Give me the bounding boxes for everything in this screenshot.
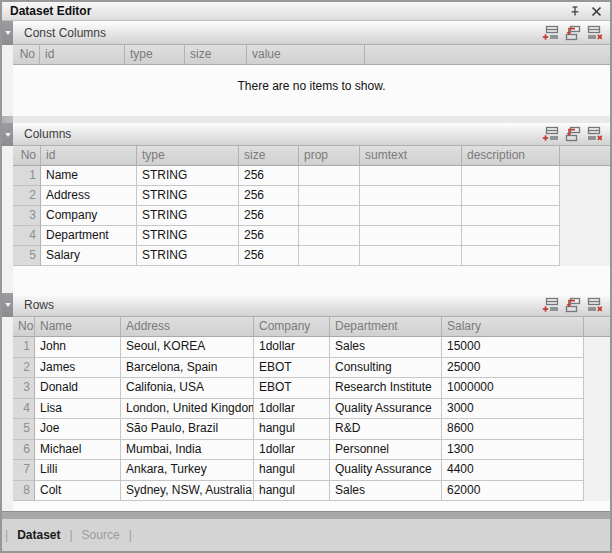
data-cell[interactable]: 3000	[442, 399, 584, 420]
column-header[interactable]: type	[125, 45, 185, 65]
tab-dataset[interactable]: Dataset	[9, 528, 68, 542]
data-cell[interactable]	[462, 246, 560, 266]
column-header[interactable]: size	[239, 146, 299, 166]
close-icon[interactable]	[589, 4, 603, 18]
table-row[interactable]: 5JoeSão Paulo, BrazilhangulR&D8600	[13, 419, 610, 440]
data-cell[interactable]: Address	[41, 186, 137, 206]
table-row[interactable]: 4DepartmentSTRING256	[13, 226, 610, 246]
add-item-button[interactable]	[542, 25, 559, 41]
delete-item-button[interactable]	[586, 297, 603, 313]
tab-source[interactable]: Source	[74, 528, 128, 542]
data-cell[interactable]	[462, 186, 560, 206]
row-number-cell[interactable]: 5	[13, 419, 35, 440]
data-cell[interactable]: 1dollar	[254, 440, 330, 461]
data-cell[interactable]: R&D	[330, 419, 442, 440]
data-cell[interactable]: Sales	[330, 337, 442, 358]
data-cell[interactable]: 4400	[442, 460, 584, 481]
data-cell[interactable]: Lisa	[35, 399, 121, 420]
collapse-button[interactable]	[2, 293, 13, 317]
data-cell[interactable]: 256	[239, 166, 299, 186]
column-header[interactable]: prop	[299, 146, 360, 166]
data-cell[interactable]: Michael	[35, 440, 121, 461]
column-header[interactable]: Salary	[442, 317, 584, 337]
collapse-button[interactable]	[2, 21, 13, 45]
data-cell[interactable]	[299, 246, 360, 266]
table-row[interactable]: 7LilliAnkara, TurkeyhangulQuality Assura…	[13, 460, 610, 481]
column-header[interactable]: Address	[121, 317, 254, 337]
data-cell[interactable]: 256	[239, 206, 299, 226]
data-cell[interactable]	[462, 166, 560, 186]
data-cell[interactable]: 1300	[442, 440, 584, 461]
data-cell[interactable]: Seoul, KOREA	[121, 337, 254, 358]
data-cell[interactable]: Lilli	[35, 460, 121, 481]
table-row[interactable]: 3DonaldCalifonia, USAEBOTResearch Instit…	[13, 378, 610, 399]
data-cell[interactable]	[299, 166, 360, 186]
data-cell[interactable]: Barcelona, Spain	[121, 358, 254, 379]
add-item-button[interactable]	[542, 126, 559, 142]
data-cell[interactable]: hangul	[254, 419, 330, 440]
insert-item-button[interactable]	[564, 25, 581, 41]
data-cell[interactable]: 256	[239, 186, 299, 206]
data-cell[interactable]: Mumbai, India	[121, 440, 254, 461]
column-header[interactable]: description	[462, 146, 560, 166]
data-cell[interactable]: São Paulo, Brazil	[121, 419, 254, 440]
data-cell[interactable]: London, United Kingdom	[121, 399, 254, 420]
data-cell[interactable]	[360, 166, 462, 186]
data-cell[interactable]: STRING	[137, 186, 239, 206]
row-number-cell[interactable]: 1	[13, 337, 35, 358]
data-cell[interactable]	[360, 186, 462, 206]
data-cell[interactable]: 1dollar	[254, 399, 330, 420]
insert-item-button[interactable]	[564, 297, 581, 313]
data-cell[interactable]: 256	[239, 246, 299, 266]
row-number-cell[interactable]: 2	[13, 358, 35, 379]
column-header[interactable]: type	[137, 146, 239, 166]
row-number-cell[interactable]: 8	[13, 481, 35, 502]
row-number-cell[interactable]: 4	[13, 226, 41, 246]
row-number-cell[interactable]: 3	[13, 206, 41, 226]
data-cell[interactable]: Sales	[330, 481, 442, 502]
insert-item-button[interactable]	[564, 126, 581, 142]
data-cell[interactable]	[462, 206, 560, 226]
column-header[interactable]: id	[40, 45, 125, 65]
data-cell[interactable]: 1dollar	[254, 337, 330, 358]
data-cell[interactable]: Joe	[35, 419, 121, 440]
row-number-cell[interactable]: 1	[13, 166, 41, 186]
data-cell[interactable]	[299, 226, 360, 246]
delete-item-button[interactable]	[586, 25, 603, 41]
table-row[interactable]: 8ColtSydney, NSW, AustraliahangulSales62…	[13, 481, 610, 502]
column-header[interactable]: value	[247, 45, 365, 65]
add-item-button[interactable]	[542, 297, 559, 313]
table-row[interactable]: 2JamesBarcelona, SpainEBOTConsulting2500…	[13, 358, 610, 379]
column-header[interactable]: size	[185, 45, 247, 65]
column-header[interactable]: No	[13, 146, 41, 166]
data-cell[interactable]	[299, 206, 360, 226]
pin-icon[interactable]	[568, 4, 582, 18]
column-header[interactable]: Name	[35, 317, 121, 337]
column-header[interactable]: No	[13, 317, 35, 337]
column-header[interactable]: sumtext	[360, 146, 462, 166]
data-cell[interactable]: EBOT	[254, 378, 330, 399]
column-header[interactable]: Department	[330, 317, 442, 337]
data-cell[interactable]: 256	[239, 226, 299, 246]
data-cell[interactable]: 62000	[442, 481, 584, 502]
table-row[interactable]: 5SalarySTRING256	[13, 246, 610, 266]
row-number-cell[interactable]: 6	[13, 440, 35, 461]
data-cell[interactable]	[299, 186, 360, 206]
data-cell[interactable]: Donald	[35, 378, 121, 399]
data-cell[interactable]: Research Institute	[330, 378, 442, 399]
delete-item-button[interactable]	[586, 126, 603, 142]
data-cell[interactable]: STRING	[137, 206, 239, 226]
data-cell[interactable]: James	[35, 358, 121, 379]
data-cell[interactable]: 8600	[442, 419, 584, 440]
data-cell[interactable]: hangul	[254, 481, 330, 502]
data-cell[interactable]: STRING	[137, 166, 239, 186]
data-cell[interactable]: EBOT	[254, 358, 330, 379]
data-cell[interactable]: Name	[41, 166, 137, 186]
row-number-cell[interactable]: 2	[13, 186, 41, 206]
table-row[interactable]: 1JohnSeoul, KOREA1dollarSales15000	[13, 337, 610, 358]
data-cell[interactable]: Sydney, NSW, Australia	[121, 481, 254, 502]
data-cell[interactable]: Salary	[41, 246, 137, 266]
row-number-cell[interactable]: 3	[13, 378, 35, 399]
data-cell[interactable]	[360, 226, 462, 246]
data-cell[interactable]: 1000000	[442, 378, 584, 399]
